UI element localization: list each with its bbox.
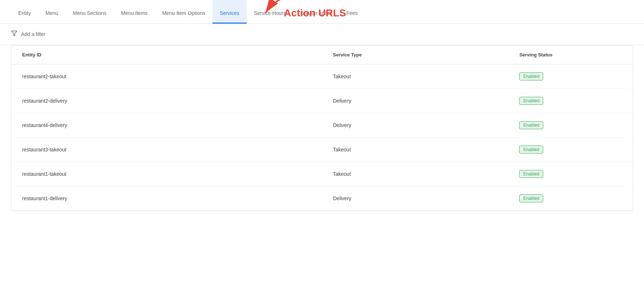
data-table: Entity ID Service Type Serving Status re… — [11, 45, 633, 211]
tab-menu-sections[interactable]: Menu Sections — [65, 0, 114, 24]
table-row[interactable]: restaurant2-deliveryDeliveryEnabled — [11, 89, 633, 113]
tab-menu[interactable]: Menu — [38, 0, 65, 24]
status-badge: Enabled — [519, 97, 543, 105]
filter-label: Add a filter — [21, 31, 45, 37]
cell-serving-status: Enabled — [508, 138, 633, 162]
tab-menu-item-options[interactable]: Menu Item Options — [155, 0, 212, 24]
page-wrapper: Entity Menu Menu Sections Menu Items Men… — [0, 0, 644, 211]
cell-entity-id: restaurant2-takeout — [11, 64, 322, 89]
cell-service-type: Takeout — [322, 64, 508, 89]
tab-entity[interactable]: Entity — [11, 0, 38, 24]
table-row[interactable]: restaurant3-takeoutTakeoutEnabled — [11, 138, 633, 162]
table-row[interactable]: restaurant2-takeoutTakeoutEnabled — [11, 64, 633, 89]
status-badge: Enabled — [519, 121, 543, 129]
cell-service-type: Takeout — [322, 162, 508, 186]
table-row[interactable]: restaurant1-deliveryDeliveryEnabled — [11, 186, 633, 211]
cell-service-type: Delivery — [322, 113, 508, 138]
filter-bar: Add a filter — [0, 24, 644, 45]
cell-entity-id: restaurant2-delivery — [11, 89, 322, 113]
status-badge: Enabled — [519, 170, 543, 178]
cell-entity-id: restaurant3-takeout — [11, 138, 322, 162]
cell-entity-id: restaurant1-delivery — [11, 186, 322, 211]
tab-service-areas[interactable]: Service Areas — [293, 0, 339, 24]
tab-services[interactable]: Services — [212, 0, 247, 24]
cell-serving-status: Enabled — [508, 162, 633, 186]
tab-service-hours[interactable]: Service Hours — [247, 0, 293, 24]
col-header-serving-status: Serving Status — [508, 45, 633, 64]
cell-entity-id: restaurant4-delivery — [11, 113, 322, 138]
col-header-service-type: Service Type — [322, 45, 508, 64]
tab-menu-items[interactable]: Menu Items — [114, 0, 155, 24]
cell-serving-status: Enabled — [508, 64, 633, 89]
tab-fees[interactable]: Fees — [339, 0, 365, 24]
cell-service-type: Takeout — [322, 138, 508, 162]
cell-service-type: Delivery — [322, 186, 508, 211]
table-header: Entity ID Service Type Serving Status — [11, 45, 633, 64]
svg-marker-1 — [12, 31, 17, 36]
filter-icon — [11, 30, 17, 38]
status-badge: Enabled — [519, 194, 543, 202]
cell-service-type: Delivery — [322, 89, 508, 113]
col-header-entity-id: Entity ID — [11, 45, 322, 64]
table-row[interactable]: restaurant4-deliveryDeliveryEnabled — [11, 113, 633, 138]
cell-serving-status: Enabled — [508, 113, 633, 138]
table-container: Entity ID Service Type Serving Status re… — [11, 45, 633, 211]
nav-tabs: Entity Menu Menu Sections Menu Items Men… — [0, 0, 644, 24]
status-badge: Enabled — [519, 72, 543, 80]
status-badge: Enabled — [519, 146, 543, 154]
table-row[interactable]: restaurant1-takeoutTakeoutEnabled — [11, 162, 633, 186]
cell-serving-status: Enabled — [508, 89, 633, 113]
cell-entity-id: restaurant1-takeout — [11, 162, 322, 186]
cell-serving-status: Enabled — [508, 186, 633, 211]
